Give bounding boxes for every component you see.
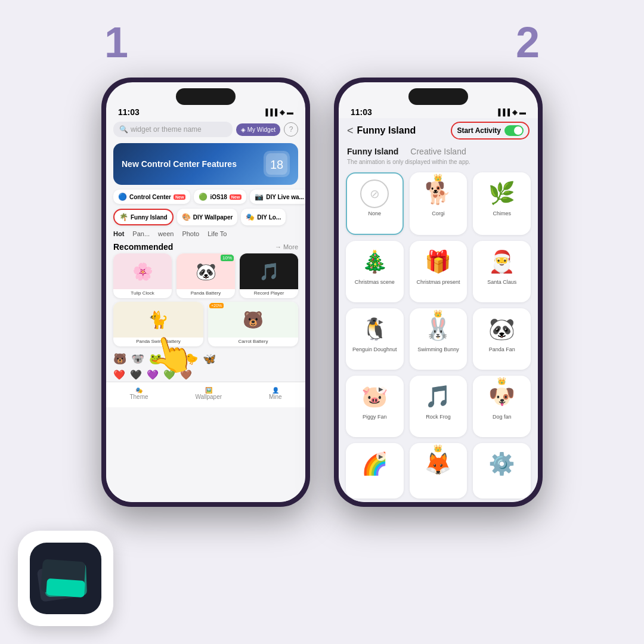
section-header: Recommended → More <box>106 240 305 253</box>
control-center-icon: 🔵 <box>118 193 127 201</box>
chip-funny-island[interactable]: 🌴 Funny Island <box>113 209 174 225</box>
nav-theme[interactable]: 🎭Theme <box>129 387 148 400</box>
wifi-icon-2: ◈ <box>512 109 517 116</box>
status-icons-2: ▐▐▐ ◈ ▬ <box>496 109 526 116</box>
chip-label: DIY Live wa... <box>266 194 304 200</box>
island-item-christmas-scene[interactable]: 🎄 Christmas scene <box>346 241 404 302</box>
widget-record-img: 🎵 <box>240 253 298 289</box>
christmas-scene-label: Christmas scene <box>355 279 395 285</box>
widget-panda-battery[interactable]: 🐼 10% Panda Battery <box>177 253 235 298</box>
tab-creative-island[interactable]: Creative Island <box>410 147 466 156</box>
island-item-extra3[interactable]: ⚙️ <box>473 443 531 499</box>
category-row-2: 🌴 Funny Island 🎨 DIY Wallpaper 🎭 DIY Lo.… <box>106 206 305 228</box>
island-item-none[interactable]: ⊘ None <box>346 172 404 235</box>
search-bar: 🔍 widget or theme name ◈ My Widget ? <box>113 122 298 137</box>
dynamic-island-2 <box>408 88 468 105</box>
nav-title: Funny Island <box>357 125 451 136</box>
wifi-icon-1: ◈ <box>280 109 284 116</box>
chip-diy-lo[interactable]: 🎭 DIY Lo... <box>241 209 286 225</box>
new-badge: New <box>174 194 185 200</box>
time-1: 11:03 <box>118 107 140 117</box>
search-placeholder: widget or theme name <box>131 125 202 134</box>
banner[interactable]: New Control Center Features 18 <box>113 143 298 185</box>
help-button[interactable]: ? <box>284 122 298 137</box>
island-grid: ⊘ None 🐕 Corgi 🌿 Chimes <box>339 169 538 502</box>
widget-carrot[interactable]: 🐻 +20% Carrot Battery <box>208 302 298 346</box>
my-widget-button[interactable]: ◈ My Widget <box>236 123 280 136</box>
corgi-emoji: 🐕 <box>425 178 451 208</box>
island-item-extra1[interactable]: 🌈 <box>346 443 404 499</box>
search-input[interactable]: 🔍 widget or theme name <box>113 122 233 137</box>
chimes-label: Chimes <box>493 210 511 216</box>
extra2-emoji: 🦊 <box>425 449 451 479</box>
nav-wallpaper[interactable]: 🖼️Wallpaper <box>195 387 222 400</box>
island-item-chimes[interactable]: 🌿 Chimes <box>473 172 531 235</box>
island-item-rock-frog[interactable]: 🎵 Rock Frog <box>410 376 467 437</box>
island-item-corgi[interactable]: 🐕 Corgi <box>410 172 467 235</box>
signal-icon-1: ▐▐▐ <box>264 109 277 116</box>
nav-header: < Funny Island Start Activity <box>339 118 538 143</box>
start-activity-button[interactable]: Start Activity <box>451 122 530 140</box>
tab-hot[interactable]: Hot <box>113 230 124 237</box>
more-link[interactable]: → More <box>275 243 298 250</box>
dynamic-island-1 <box>176 88 236 105</box>
island-item-santa[interactable]: 🎅 Santa Claus <box>473 241 531 302</box>
chip-label: iOS18 <box>210 194 227 200</box>
bunny-label: Swimming Bunny <box>417 346 459 352</box>
phone2: 11:03 ▐▐▐ ◈ ▬ < Funny Island Start Activ… <box>334 78 543 507</box>
sub-tabs: Funny Island Creative Island <box>339 143 538 159</box>
piggy-emoji: 🐷 <box>361 382 388 411</box>
chip-diy-wallpaper[interactable]: 🎨 DIY Wallpaper <box>177 209 238 225</box>
phone2-content: < Funny Island Start Activity Funny Isla… <box>339 118 538 502</box>
island-item-panda-fan[interactable]: 🐼 Panda Fan <box>473 308 531 370</box>
tab-lifeto[interactable]: Life To <box>208 230 227 237</box>
rock-frog-label: Rock Frog <box>426 414 451 420</box>
chimes-emoji: 🌿 <box>488 178 515 208</box>
funny-island-icon: 🌴 <box>119 213 128 221</box>
time-2: 11:03 <box>351 107 372 117</box>
status-bar-1: 11:03 ▐▐▐ ◈ ▬ <box>106 105 305 118</box>
widget-cat[interactable]: 🐈 Panda Swing Battery <box>113 302 203 346</box>
tab-photo[interactable]: Photo <box>182 230 199 237</box>
sticker-row: 🐻🐨🐸🐢🐤🦋 <box>106 350 305 368</box>
widget-tulip-label: Tulip Clock <box>113 289 172 298</box>
widget-cat-img: 🐈 <box>113 302 203 338</box>
island-item-piggy[interactable]: 🐷 Piggy Fan <box>346 376 404 437</box>
toggle-switch[interactable] <box>504 125 524 136</box>
back-button[interactable]: < <box>347 125 354 137</box>
tabs-row: Hot Pan... ween Photo Life To <box>106 228 305 240</box>
signal-icon-2: ▐▐▐ <box>496 109 510 116</box>
island-item-christmas-present[interactable]: 🎁 Christmas present <box>410 241 467 302</box>
island-item-bunny[interactable]: 🐰 Swimming Bunny <box>410 308 467 370</box>
chip-label: Control Center <box>129 194 171 200</box>
island-item-penguin[interactable]: 🐧 Penguin Doughnut <box>346 308 404 370</box>
extra1-emoji: 🌈 <box>361 449 388 479</box>
chip-label: Funny Island <box>131 214 168 221</box>
chip-control-center[interactable]: 🔵 Control Center New <box>113 190 190 204</box>
santa-label: Santa Claus <box>487 279 516 285</box>
island-item-extra2[interactable]: 🦊 <box>410 443 467 499</box>
chip-ios18[interactable]: 🟢 iOS18 New <box>194 190 246 204</box>
nav-mine[interactable]: 👤Mine <box>269 387 282 400</box>
widget-icon: ◈ <box>241 126 246 133</box>
tab-ween[interactable]: ween <box>158 230 174 237</box>
panda-fan-label: Panda Fan <box>489 346 515 352</box>
dog-fan-label: Dog fan <box>493 414 512 420</box>
my-widget-label: My Widget <box>247 126 275 133</box>
widget-record-player[interactable]: 🎵 Record Player <box>240 253 298 298</box>
christmas-scene-emoji: 🎄 <box>361 247 388 277</box>
widget-tulip-clock[interactable]: 🌸 Tulip Clock <box>113 253 172 298</box>
tab-funny-island[interactable]: Funny Island <box>347 147 398 156</box>
app-icon-box <box>18 531 113 626</box>
svg-rect-6 <box>46 578 85 597</box>
tab-pan[interactable]: Pan... <box>132 230 150 237</box>
banner-icon: 18 <box>264 151 290 177</box>
widget-panda-img: 🐼 10% <box>177 253 235 289</box>
island-item-dog-fan[interactable]: 🐶 Dog fan <box>473 376 531 437</box>
chip-diy-live[interactable]: 📷 DIY Live wa... <box>250 190 305 204</box>
widget-panda-label: Panda Battery <box>177 289 235 298</box>
widget-row-2: 🐈 Panda Swing Battery 🐻 +20% Carrot Batt… <box>106 302 305 350</box>
widget-carrot-img: 🐻 +20% <box>208 302 298 338</box>
status-icons-1: ▐▐▐ ◈ ▬ <box>264 109 293 116</box>
christmas-present-label: Christmas present <box>416 279 460 285</box>
